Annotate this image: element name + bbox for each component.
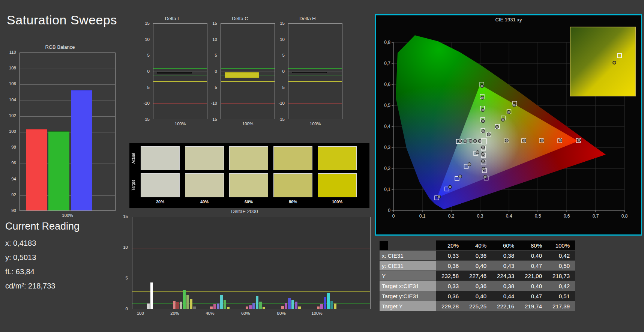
measured-marker xyxy=(482,120,485,123)
cie-1931-chart[interactable]: CIE 1931 xy xyxy=(375,14,642,236)
table-cell: 0,33 xyxy=(436,281,464,291)
measured-marker xyxy=(501,118,504,121)
measured-marker xyxy=(482,160,485,163)
table-corner-cell xyxy=(380,240,436,250)
x-axis-label: 100% xyxy=(288,122,342,126)
deltae-2000-chart[interactable]: DeltaE 2000 151050 10020%40%60%80%100% xyxy=(117,209,372,322)
ref-line xyxy=(221,104,275,104)
deltae-bar xyxy=(252,303,255,309)
target-swatch-20% xyxy=(141,173,180,197)
current-reading: Current Reading x: 0,4183 y: 0,5013 fL: … xyxy=(5,221,80,293)
actual-swatch-80% xyxy=(273,146,312,170)
deltae-bar xyxy=(150,282,153,309)
reading-fl: fL: 63,84 xyxy=(5,264,80,279)
measured-marker xyxy=(513,104,516,107)
table-cell: 222,16 xyxy=(492,301,519,311)
y-tick-label: 5 xyxy=(206,53,219,57)
deltae-bar xyxy=(183,290,186,309)
table-cell: 221,00 xyxy=(519,271,547,281)
table-row: Y232,58227,46224,33221,00218,73 xyxy=(380,271,575,281)
page-title: Saturation Sweeps xyxy=(7,13,117,27)
table-cell: 0,50 xyxy=(547,261,575,270)
measured-marker xyxy=(487,133,490,136)
deltae-bar xyxy=(217,303,219,309)
y-tick-label: 5 xyxy=(274,53,287,57)
row-label: Target x:CIE31 xyxy=(380,281,436,291)
chart-title: RGB Balance xyxy=(4,44,116,50)
row-label: Y xyxy=(380,271,436,281)
x-axis-label: 100% xyxy=(20,213,116,218)
table-cell: 0,38 xyxy=(492,281,519,291)
measured-marker xyxy=(559,139,562,142)
column-header: 60% xyxy=(492,240,519,250)
svg-text:0,4: 0,4 xyxy=(506,213,512,219)
delta-chart-c[interactable]: Delta C151050-5-10-15100% xyxy=(206,16,274,128)
actual-swatch-20% xyxy=(141,146,180,170)
y-tick-label: 90 xyxy=(4,208,18,213)
svg-text:0: 0 xyxy=(388,208,390,213)
delta-plot xyxy=(221,23,275,119)
chart-title: CIE 1931 xy xyxy=(376,17,641,23)
rgb-balance-chart[interactable]: RGB Balance 1101081061041021009896949290… xyxy=(4,44,116,221)
actual-swatch-100% xyxy=(318,146,357,170)
ref-line xyxy=(132,248,370,248)
delta-bar xyxy=(225,72,259,78)
row-label: x: CIE31 xyxy=(380,251,436,260)
ref-line xyxy=(153,104,207,104)
row-label: y: CIE31 xyxy=(380,261,436,270)
deltae-bar xyxy=(317,306,320,309)
y-tick-label: 15 xyxy=(206,21,219,26)
delta-chart-h[interactable]: Delta H151050-5-10-15100% xyxy=(274,16,341,128)
measured-marker xyxy=(482,167,485,170)
column-header: 40% xyxy=(464,240,492,250)
swatch-col-label: 80% xyxy=(273,200,312,204)
grid-line xyxy=(20,101,115,101)
table-cell: 0,47 xyxy=(519,291,547,301)
y-tick-label: 0 xyxy=(117,306,130,311)
svg-text:0,1: 0,1 xyxy=(419,213,426,219)
measured-marker xyxy=(523,139,526,142)
x-axis-label: 100% xyxy=(153,122,207,126)
x-axis-label: 80% xyxy=(270,311,293,315)
ref-line xyxy=(221,81,275,82)
measured-marker xyxy=(482,146,485,149)
measured-marker xyxy=(459,175,462,178)
reading-y: y: 0,5013 xyxy=(5,250,80,264)
y-tick-label: -10 xyxy=(139,101,152,105)
deltae-bar xyxy=(147,303,150,309)
deltae-bar xyxy=(298,306,301,309)
measured-marker xyxy=(459,140,462,143)
measured-marker xyxy=(437,195,440,198)
table-row: y: CIE310,360,400,430,470,50 xyxy=(380,261,575,270)
delta-plot xyxy=(288,23,342,119)
measured-marker xyxy=(480,84,483,87)
swatch-col-label: 100% xyxy=(318,200,357,204)
column-header: 20% xyxy=(436,240,464,250)
measured-marker xyxy=(481,153,484,156)
svg-text:0,5: 0,5 xyxy=(535,213,541,219)
ref-line xyxy=(288,104,342,104)
deltae-bar xyxy=(288,298,291,309)
color-swatch-panel[interactable]: ActualTarget20%40%60%80%100% xyxy=(129,143,369,208)
ref-line xyxy=(288,81,342,82)
target-swatch-40% xyxy=(185,173,224,197)
measured-marker xyxy=(478,139,481,142)
row-label: Target Y xyxy=(380,301,436,311)
y-tick-label: -5 xyxy=(206,85,219,90)
table-cell: 0,42 xyxy=(547,281,575,291)
measurement-table: 20%40%60%80%100%x: CIE310,330,360,380,40… xyxy=(380,240,575,311)
ref-line xyxy=(288,75,342,75)
x-axis-label: 100 xyxy=(129,311,152,315)
table-cell: 0,40 xyxy=(464,261,492,270)
y-tick-label: 15 xyxy=(117,214,130,219)
swatch-col-label: 60% xyxy=(229,200,268,204)
delta-chart-l[interactable]: Delta L151050-5-10-15100% xyxy=(139,16,206,128)
deltae-bar xyxy=(246,306,248,309)
measured-marker xyxy=(476,151,479,154)
svg-text:0,6: 0,6 xyxy=(564,213,570,219)
y-tick-label: -10 xyxy=(206,101,219,105)
y-axis: 1101081061041021009896949290 xyxy=(4,44,18,221)
ref-line xyxy=(132,291,370,291)
table-cell: 218,73 xyxy=(547,271,575,281)
target-swatch-60% xyxy=(229,173,268,197)
